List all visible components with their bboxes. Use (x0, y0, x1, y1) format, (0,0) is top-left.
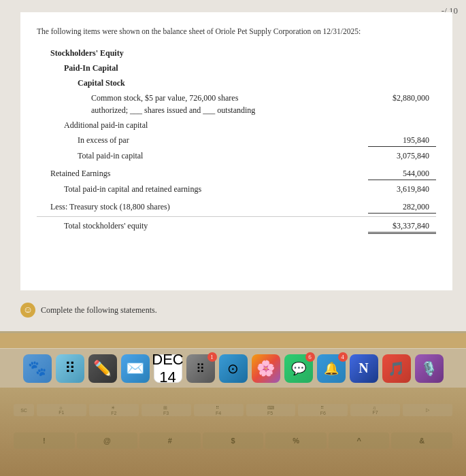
dock-podcast[interactable]: 🎙️ (415, 354, 444, 383)
dock-calendar[interactable]: DEC 14 (154, 354, 182, 383)
dock-apps[interactable]: ⠿ 1 (186, 354, 215, 383)
dock-notification[interactable]: 🔔 4 (317, 354, 346, 383)
key-f4[interactable]: ⠿F4 (194, 404, 244, 416)
dock-notes[interactable]: ✏️ (88, 354, 117, 383)
total-equity-row: Total stockholders' equity $3,337,840 (37, 220, 436, 234)
complete-prompt: ☺ Complete the following statements. (20, 303, 157, 318)
document-area: The following items were shown on the ba… (20, 12, 452, 290)
key-hash[interactable]: # (139, 432, 201, 449)
dock-notification-badge: 4 (338, 352, 348, 362)
in-excess-label: In excess of par (78, 134, 368, 146)
capital-stock-title: Capital Stock (78, 77, 436, 89)
treasury-stock-value: 282,000 (368, 201, 436, 214)
document-header: The following items were shown on the ba… (37, 26, 436, 37)
key-f7[interactable]: ♫F7 (350, 404, 400, 416)
laptop-screen: -/ 10 The following items were shown on … (0, 0, 466, 333)
total-paid-in-label: Total paid-in capital (78, 150, 368, 162)
key-f5[interactable]: ⌨F5 (246, 404, 296, 416)
common-stock-row: Common stock, $5 par value, 726,000 shar… (37, 92, 436, 116)
key-ampersand[interactable]: & (391, 432, 452, 449)
dock-accessibility[interactable]: ⊙ (219, 354, 248, 383)
total-equity-value: $3,337,840 (368, 220, 436, 234)
key-at[interactable]: @ (77, 432, 138, 449)
treasury-stock-row: Less: Treasury stock (18,800 shares) 282… (37, 201, 436, 214)
dock: 🐾 ⠿ ✏️ ✉️ DEC 14 ⠿ 1 ⊙ 🌸 💬 6 🔔 4 N 🎵 🎙️ (0, 348, 466, 388)
paid-in-capital-title: Paid-In Capital (64, 62, 436, 74)
common-stock-value: $2,880,000 (368, 92, 436, 104)
dock-messages-badge: 6 (305, 352, 315, 362)
additional-paid-in-label: Additional paid-in capital (64, 119, 436, 131)
dock-photos[interactable]: 🌸 (252, 354, 280, 383)
key-f8[interactable]: ▷ (403, 404, 452, 416)
keyboard-area: SC ☼F1 ☀F2 ⊞F3 ⠿F4 ⌨F5 ⠿F6 ♫F7 ▷ ! @ # $… (0, 388, 466, 476)
key-caret[interactable]: ^ (329, 432, 390, 449)
dock-nordvpn[interactable]: N (350, 354, 378, 383)
key-f1[interactable]: ☼F1 (37, 404, 86, 416)
retained-earnings-value: 544,000 (368, 167, 436, 180)
key-percent[interactable]: % (265, 432, 327, 449)
dock-finder[interactable]: 🐾 (23, 354, 52, 383)
dock-mail[interactable]: ✉️ (121, 354, 150, 383)
total-equity-label: Total stockholders' equity (64, 220, 368, 232)
in-excess-value: 195,840 (368, 134, 436, 147)
key-dollar[interactable]: $ (203, 432, 264, 449)
dock-launchpad[interactable]: ⠿ (56, 354, 84, 383)
key-esc[interactable]: SC (14, 404, 34, 416)
prompt-icon: ☺ (20, 303, 35, 318)
total-paid-retained-label: Total paid-in capital and retained earni… (64, 183, 368, 195)
stockholders-equity-title: Stockholders' Equity (50, 47, 436, 59)
fn-key-row: SC ☼F1 ☀F2 ⊞F3 ⠿F4 ⌨F5 ⠿F6 ♫F7 ▷ (14, 404, 452, 416)
treasury-stock-label: Less: Treasury stock (18,800 shares) (50, 201, 368, 213)
total-paid-in-row: Total paid-in capital 3,075,840 (37, 150, 436, 162)
key-f6[interactable]: ⠿F6 (298, 404, 348, 416)
retained-earnings-label: Retained Earnings (50, 167, 368, 180)
key-f3[interactable]: ⊞F3 (142, 404, 191, 416)
dock-apps-badge: 1 (207, 352, 217, 362)
total-paid-retained-row: Total paid-in capital and retained earni… (37, 183, 436, 195)
key-f2[interactable]: ☀F2 (89, 404, 139, 416)
in-excess-row: In excess of par 195,840 (37, 134, 436, 147)
total-paid-retained-value: 3,619,840 (368, 183, 436, 195)
key-row-bottom: ! @ # $ % ^ & (14, 432, 452, 449)
total-paid-in-value: 3,075,840 (368, 150, 436, 162)
retained-earnings-row: Retained Earnings 544,000 (37, 167, 436, 180)
common-stock-label: Common stock, $5 par value, 726,000 shar… (91, 92, 368, 116)
dock-messages[interactable]: 💬 6 (284, 354, 313, 383)
dock-music[interactable]: 🎵 (382, 354, 411, 383)
key-exclaim[interactable]: ! (14, 432, 75, 449)
